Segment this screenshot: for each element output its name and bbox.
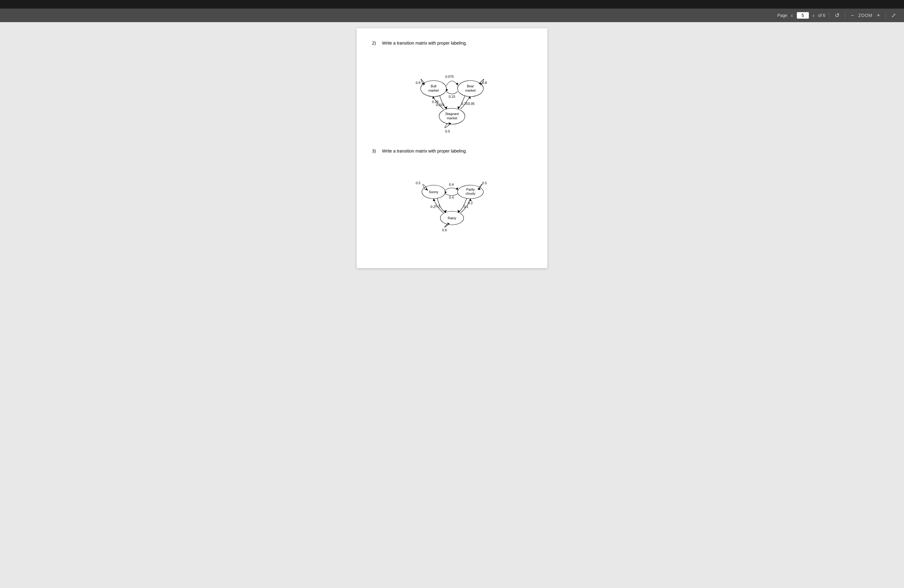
page-number-input[interactable] bbox=[797, 12, 809, 19]
svg-marker-46 bbox=[433, 199, 435, 201]
svg-text:0.9: 0.9 bbox=[416, 81, 420, 85]
of-label: of 6 bbox=[818, 13, 825, 18]
market-diagram-svg: Bull market Bear market Stagnant market … bbox=[400, 56, 504, 136]
svg-text:Rainy: Rainy bbox=[448, 216, 457, 220]
svg-text:0.5: 0.5 bbox=[445, 130, 450, 133]
svg-text:Partly: Partly bbox=[466, 188, 475, 191]
question-2: 2) Write a transition matrix with proper… bbox=[372, 41, 532, 136]
svg-text:cloudy: cloudy bbox=[466, 191, 476, 195]
svg-text:market: market bbox=[465, 89, 476, 92]
q2-diagram: Bull market Bear market Stagnant market … bbox=[372, 56, 532, 136]
svg-text:Stagnant: Stagnant bbox=[445, 112, 459, 115]
svg-text:0.2: 0.2 bbox=[430, 205, 435, 209]
divider-3 bbox=[885, 12, 886, 19]
svg-text:Sunny: Sunny bbox=[428, 190, 438, 194]
q2-text: Write a transition matrix with proper la… bbox=[382, 41, 467, 46]
document-page: 2) Write a transition matrix with proper… bbox=[357, 28, 547, 268]
main-content: 2) Write a transition matrix with proper… bbox=[0, 22, 904, 588]
svg-marker-17 bbox=[446, 89, 448, 92]
svg-text:0.8: 0.8 bbox=[482, 81, 487, 85]
reset-button[interactable]: ↺ bbox=[833, 11, 841, 19]
svg-text:0.15: 0.15 bbox=[449, 95, 455, 98]
svg-text:0.25: 0.25 bbox=[461, 102, 468, 106]
q3-diagram: Sunny Partly cloudy Rainy 0.5 0.5 bbox=[372, 164, 532, 235]
next-page-button[interactable]: › bbox=[811, 12, 816, 19]
svg-text:Bull: Bull bbox=[431, 84, 436, 88]
divider-1 bbox=[829, 12, 829, 19]
prev-page-button[interactable]: ‹ bbox=[789, 12, 795, 19]
svg-text:0.25: 0.25 bbox=[432, 100, 438, 104]
weather-diagram-svg: Sunny Partly cloudy Rainy 0.5 0.5 bbox=[406, 164, 498, 235]
q3-text: Write a transition matrix with proper la… bbox=[382, 149, 467, 153]
zoom-label: ZOOM bbox=[858, 13, 872, 18]
title-bar bbox=[0, 0, 904, 9]
svg-text:0.05: 0.05 bbox=[468, 102, 474, 106]
svg-text:market: market bbox=[447, 116, 457, 120]
page-label: Page bbox=[777, 13, 787, 18]
page-nav-group: Page ‹ › of 6 bbox=[777, 12, 825, 19]
q2-number: 2) bbox=[372, 41, 376, 46]
svg-text:0.4: 0.4 bbox=[449, 183, 454, 187]
zoom-out-button[interactable]: − bbox=[849, 12, 856, 19]
svg-text:Bear: Bear bbox=[467, 84, 474, 88]
expand-button[interactable]: ⤢ bbox=[890, 11, 898, 19]
svg-text:0.1: 0.1 bbox=[435, 204, 440, 208]
zoom-in-button[interactable]: + bbox=[875, 12, 882, 19]
svg-text:0.2: 0.2 bbox=[468, 201, 473, 205]
svg-text:0.1: 0.1 bbox=[464, 205, 468, 209]
svg-text:market: market bbox=[428, 89, 439, 92]
svg-text:0.5: 0.5 bbox=[482, 181, 487, 185]
svg-text:0.5: 0.5 bbox=[416, 181, 420, 185]
svg-text:0.4: 0.4 bbox=[449, 196, 454, 199]
question-3: 3) Write a transition matrix with proper… bbox=[372, 149, 532, 235]
toolbar: Page ‹ › of 6 ↺ − ZOOM + ⤢ bbox=[0, 9, 904, 22]
q3-number: 3) bbox=[372, 149, 376, 153]
svg-text:0.6: 0.6 bbox=[442, 228, 447, 232]
svg-text:0.075: 0.075 bbox=[445, 75, 454, 78]
